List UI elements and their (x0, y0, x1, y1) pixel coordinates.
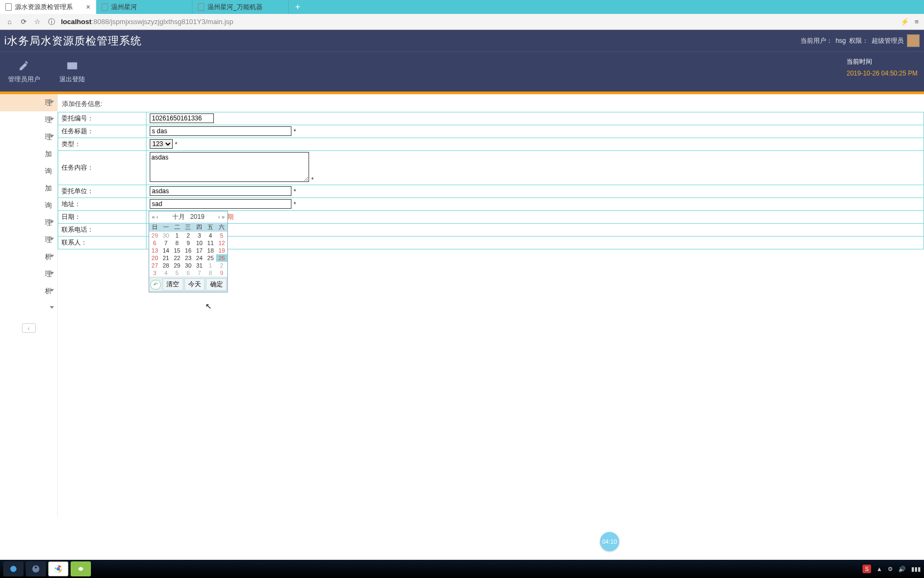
sidebar-item[interactable]: 理 (0, 128, 57, 146)
time-badge[interactable]: 04:10 (600, 532, 619, 551)
prev-year-button[interactable]: « (151, 214, 156, 220)
dp-month[interactable]: 十月 (172, 213, 185, 220)
sidebar-item[interactable]: 析 (0, 248, 57, 265)
home-icon[interactable]: ⌂ (5, 18, 14, 26)
collapse-sidebar-button[interactable]: ‹ (22, 323, 36, 333)
dp-day[interactable]: 19 (216, 247, 227, 254)
sidebar-item[interactable]: 理 (0, 94, 57, 111)
task-title-input[interactable] (150, 126, 291, 136)
type-select[interactable]: 123 (150, 139, 173, 149)
tray-icon[interactable]: ▲ (876, 566, 882, 572)
dp-day[interactable]: 7 (160, 239, 172, 247)
dp-day[interactable]: 6 (183, 269, 194, 277)
wifi-icon[interactable]: ▮▮▮ (911, 566, 921, 573)
dp-day[interactable]: 5 (172, 269, 183, 277)
dp-day[interactable]: 26 (216, 254, 227, 262)
menu-icon[interactable]: ≡ (914, 18, 919, 26)
dp-day[interactable]: 14 (160, 247, 172, 254)
browser-tab-1[interactable]: 源水资源质检管理系 × (0, 0, 96, 14)
dp-day[interactable]: 2 (183, 232, 194, 239)
sidebar-item[interactable]: 加 (0, 180, 57, 197)
close-icon[interactable]: × (86, 3, 90, 11)
browser-tab-3[interactable]: 温州星河_万能机器 (192, 0, 289, 14)
dp-day[interactable]: 7 (194, 269, 205, 277)
address-input[interactable] (150, 199, 291, 209)
dp-day[interactable]: 3 (149, 269, 160, 277)
sidebar-item[interactable]: 析 (0, 283, 57, 300)
info-icon[interactable]: ⓘ (47, 18, 56, 26)
dp-day[interactable]: 29 (149, 232, 160, 239)
sidebar-item[interactable]: 询 (0, 163, 57, 180)
dp-day[interactable]: 5 (216, 232, 227, 239)
next-month-button[interactable]: › (218, 214, 220, 220)
dp-ok-button[interactable]: 确定 (206, 278, 227, 291)
label-type: 类型： (58, 138, 147, 150)
ime-icon[interactable]: S (863, 565, 871, 573)
dp-day[interactable]: 17 (194, 247, 205, 254)
taskbar-app[interactable] (26, 561, 46, 576)
dp-day[interactable]: 9 (216, 269, 227, 277)
entrust-no-input[interactable] (150, 113, 214, 123)
browser-tab-2[interactable]: 温州星河 (96, 0, 192, 14)
dp-day[interactable]: 13 (149, 247, 160, 254)
new-tab-button[interactable]: + (289, 0, 306, 14)
admin-user-button[interactable]: 管理员用户 (0, 52, 48, 92)
sidebar-item[interactable] (0, 300, 57, 317)
app-title: i水务局水资源质检管理系统 (4, 34, 142, 48)
prev-month-button[interactable]: ‹ (156, 214, 159, 220)
sidebar-item[interactable]: 理 (0, 111, 57, 128)
dp-day[interactable]: 20 (149, 254, 160, 262)
reload-icon[interactable]: ⟳ (19, 18, 28, 26)
bolt-icon[interactable]: ⚡ (900, 18, 909, 26)
dp-day[interactable]: 6 (149, 239, 160, 247)
dp-clear-button[interactable]: 清空 (163, 278, 183, 291)
dp-day[interactable]: 30 (183, 262, 194, 269)
star-icon[interactable]: ☆ (33, 18, 42, 26)
dp-day[interactable]: 12 (216, 239, 227, 247)
taskbar-app-2[interactable] (71, 561, 91, 576)
dp-day[interactable]: 3 (194, 232, 205, 239)
tab-label: 温州星河_万能机器 (207, 3, 263, 12)
dp-day[interactable]: 24 (194, 254, 205, 262)
dp-day[interactable]: 27 (149, 262, 160, 269)
dp-day[interactable]: 30 (160, 232, 172, 239)
dp-day[interactable]: 23 (183, 254, 194, 262)
dp-today-button[interactable]: 今天 (184, 278, 205, 291)
dp-day[interactable]: 18 (205, 247, 216, 254)
battery-icon[interactable]: ⚙ (888, 566, 893, 573)
taskbar-chrome[interactable] (48, 561, 68, 576)
dp-day[interactable]: 11 (205, 239, 216, 247)
next-year-button[interactable]: » (221, 214, 225, 220)
sidebar-item[interactable]: 加 (0, 146, 57, 163)
dp-day[interactable]: 15 (172, 247, 183, 254)
dp-day[interactable]: 25 (205, 254, 216, 262)
avatar[interactable] (907, 34, 920, 47)
dp-day[interactable]: 4 (205, 232, 216, 239)
sidebar-item[interactable]: 理 (0, 231, 57, 248)
dp-day[interactable]: 4 (160, 269, 172, 277)
dp-day[interactable]: 1 (205, 262, 216, 269)
sidebar-item[interactable]: 理 (0, 265, 57, 283)
dp-day[interactable]: 28 (160, 262, 172, 269)
dp-day[interactable]: 8 (172, 239, 183, 247)
dp-day[interactable]: 29 (172, 262, 183, 269)
dp-day[interactable]: 1 (172, 232, 183, 239)
sidebar-item[interactable]: 理 (0, 214, 57, 231)
dp-back-button[interactable]: ↶ (150, 280, 161, 290)
dp-day[interactable]: 21 (160, 254, 172, 262)
volume-icon[interactable]: 🔊 (898, 566, 906, 573)
dp-day[interactable]: 10 (194, 239, 205, 247)
dp-day[interactable]: 16 (183, 247, 194, 254)
dp-year[interactable]: 2019 (190, 213, 205, 220)
url-text[interactable]: localhost:8088/jspmjxsswjszyzjglxthsg810… (61, 18, 233, 26)
logout-button[interactable]: 退出登陆 (48, 52, 96, 92)
dp-day[interactable]: 22 (172, 254, 183, 262)
start-button[interactable] (3, 561, 24, 576)
dp-day[interactable]: 2 (216, 262, 227, 269)
dp-day[interactable]: 8 (205, 269, 216, 277)
task-content-textarea[interactable] (150, 152, 309, 182)
dp-day[interactable]: 31 (194, 262, 205, 269)
dp-day[interactable]: 9 (183, 239, 194, 247)
unit-input[interactable] (150, 186, 291, 196)
sidebar-item[interactable]: 询 (0, 197, 57, 214)
